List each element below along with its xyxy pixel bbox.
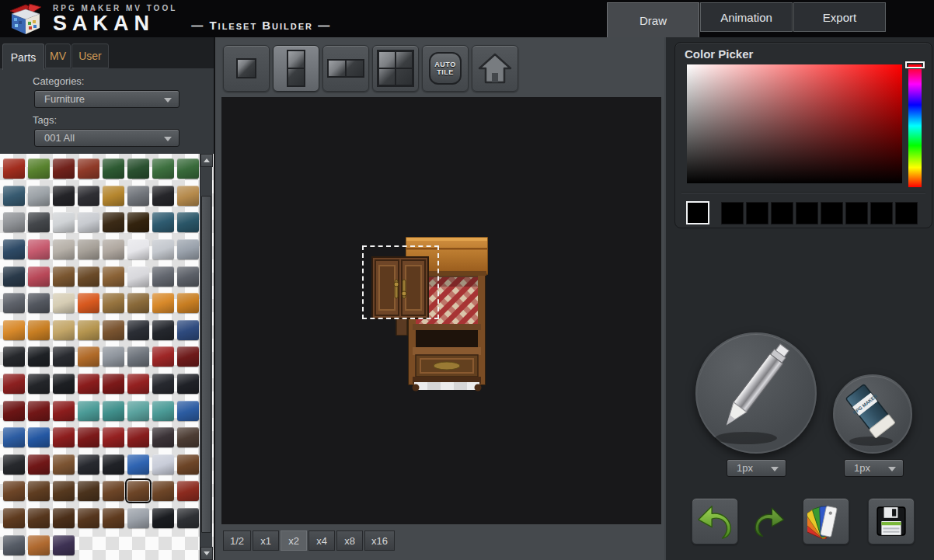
tab-draw[interactable]: Draw <box>607 2 699 37</box>
palette-item[interactable] <box>176 505 200 532</box>
palette-item[interactable] <box>51 263 76 290</box>
color-swatch[interactable] <box>771 202 793 224</box>
palette-item[interactable] <box>2 209 26 236</box>
palette-item[interactable] <box>176 451 200 478</box>
palette-item[interactable] <box>51 370 76 398</box>
palette-item[interactable] <box>51 478 76 505</box>
palette-item[interactable] <box>51 397 76 424</box>
palette-item[interactable] <box>176 397 200 424</box>
palette-item[interactable] <box>151 236 176 263</box>
palette-item[interactable] <box>126 343 151 370</box>
tab-user[interactable]: User <box>71 43 109 68</box>
palette-item[interactable] <box>51 183 76 210</box>
palette-item[interactable] <box>126 478 151 505</box>
palette-item[interactable] <box>51 505 76 532</box>
palette-item[interactable] <box>2 397 26 424</box>
palette-item[interactable] <box>51 317 76 344</box>
palette-item[interactable] <box>76 263 101 290</box>
palette-scrollbar[interactable] <box>200 154 212 560</box>
palette-item[interactable] <box>176 317 200 344</box>
zoom-x4-button[interactable]: x4 <box>308 530 335 551</box>
palette-item[interactable] <box>126 397 151 424</box>
zoom-x16-button[interactable]: x16 <box>364 530 395 551</box>
hue-slider[interactable] <box>905 61 925 68</box>
hue-bar[interactable] <box>908 64 922 187</box>
palette-item[interactable] <box>2 343 26 370</box>
palette-item[interactable] <box>76 236 101 263</box>
palette-item[interactable] <box>51 155 76 183</box>
tile-1x2-button[interactable] <box>273 45 319 92</box>
palette-item[interactable] <box>151 317 176 344</box>
color-swatch[interactable] <box>845 202 868 224</box>
palette-item[interactable] <box>176 155 200 183</box>
palette-item[interactable] <box>101 451 126 478</box>
tab-export[interactable]: Export <box>793 2 886 32</box>
palette-item[interactable] <box>176 209 200 236</box>
palette-item[interactable] <box>101 155 126 183</box>
palette-item[interactable] <box>2 236 26 263</box>
tags-dropdown[interactable]: 001 All <box>34 129 179 147</box>
palette-item[interactable] <box>2 290 26 317</box>
palette-item[interactable] <box>151 155 176 183</box>
palette-item[interactable] <box>126 290 151 317</box>
palette-item[interactable] <box>76 424 101 451</box>
palette-item[interactable] <box>176 290 200 317</box>
palette-item[interactable] <box>76 209 101 236</box>
zoom-x8-button[interactable]: x8 <box>336 530 363 551</box>
palette-item[interactable] <box>176 478 200 505</box>
palette-item[interactable] <box>126 424 151 451</box>
scrollbar-thumb[interactable] <box>201 196 211 533</box>
palette-item[interactable] <box>101 424 126 451</box>
palette-item[interactable] <box>151 397 176 424</box>
palette-item[interactable] <box>26 209 51 236</box>
color-swatch[interactable] <box>721 202 744 224</box>
zoom-x1-button[interactable]: x1 <box>253 530 279 551</box>
palette-item[interactable] <box>151 263 176 290</box>
palette-item[interactable] <box>26 155 51 183</box>
palette-item[interactable] <box>76 451 101 478</box>
categories-dropdown[interactable]: Furniture <box>34 90 179 108</box>
palette-item[interactable] <box>151 451 176 478</box>
palette-item[interactable] <box>2 424 26 451</box>
palette-item[interactable] <box>101 505 126 532</box>
palette-item[interactable] <box>176 424 200 451</box>
palette-item[interactable] <box>76 343 101 370</box>
current-color-swatch[interactable] <box>686 201 709 224</box>
zoom-half-button[interactable]: 1/2 <box>223 530 251 551</box>
eraser-size-dropdown[interactable]: 1px <box>844 459 904 477</box>
palette-item[interactable] <box>26 451 51 478</box>
palette-item[interactable] <box>126 317 151 344</box>
palette-item[interactable] <box>151 424 176 451</box>
palette-item[interactable] <box>76 183 101 210</box>
palette-item[interactable] <box>126 451 151 478</box>
palette-item[interactable] <box>151 209 176 236</box>
tile-2x1-button[interactable] <box>322 45 369 92</box>
palette-item[interactable] <box>101 209 126 236</box>
tab-mv[interactable]: MV <box>45 43 71 68</box>
palette-item[interactable] <box>51 343 76 370</box>
palette-item[interactable] <box>176 343 200 370</box>
palette-item[interactable] <box>126 370 151 398</box>
drawing-canvas[interactable] <box>221 97 661 524</box>
redo-button[interactable] <box>746 498 793 544</box>
save-button[interactable] <box>868 498 915 544</box>
pencil-size-dropdown[interactable]: 1px <box>727 459 786 477</box>
palette-item[interactable] <box>26 424 51 451</box>
palette-item[interactable] <box>76 370 101 398</box>
tile-1x1-button[interactable] <box>223 45 270 92</box>
palette-item[interactable] <box>126 236 151 263</box>
palette-item[interactable] <box>126 505 151 532</box>
palette-item[interactable] <box>126 155 151 183</box>
palette-item[interactable] <box>2 370 26 398</box>
palette-item[interactable] <box>51 424 76 451</box>
palette-item[interactable] <box>126 263 151 290</box>
palette-item[interactable] <box>101 183 126 210</box>
palette-item[interactable] <box>101 370 126 398</box>
palette-item[interactable] <box>26 505 51 532</box>
palette-item[interactable] <box>26 317 51 344</box>
palette-item[interactable] <box>101 478 126 505</box>
palette-item[interactable] <box>151 478 176 505</box>
scroll-up-button[interactable] <box>200 154 213 167</box>
color-swatch[interactable] <box>746 202 768 224</box>
palette-item[interactable] <box>51 531 76 558</box>
